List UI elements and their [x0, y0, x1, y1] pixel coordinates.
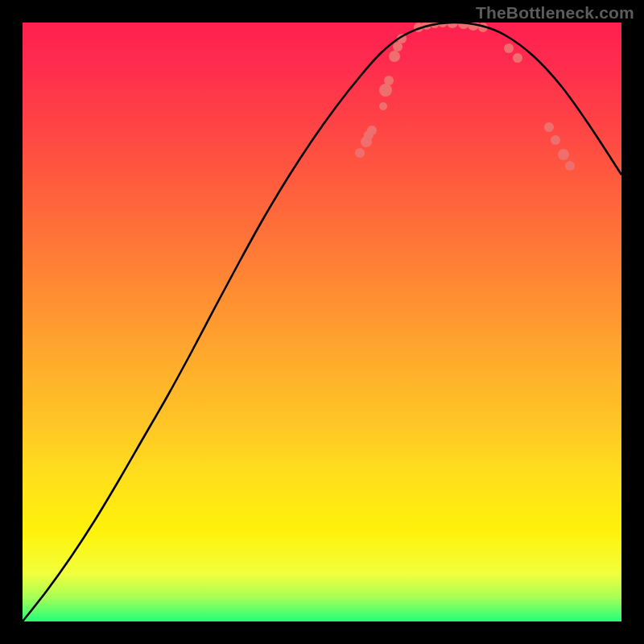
data-marker — [379, 84, 392, 97]
data-marker — [379, 102, 387, 110]
chart-stage: TheBottleneck.com — [0, 0, 644, 644]
data-marker — [558, 149, 569, 160]
plot-area — [23, 23, 621, 621]
data-marker — [384, 76, 394, 85]
data-marker — [367, 126, 377, 135]
data-marker — [355, 148, 365, 158]
data-marker — [504, 43, 514, 53]
data-marker — [389, 51, 400, 62]
data-marker — [513, 53, 522, 63]
bottleneck-curve — [23, 23, 621, 621]
data-marker — [551, 135, 560, 145]
curve-svg — [23, 23, 621, 621]
data-markers — [355, 23, 575, 171]
data-marker — [544, 122, 554, 132]
data-marker — [565, 161, 575, 171]
watermark-text: TheBottleneck.com — [476, 3, 634, 23]
